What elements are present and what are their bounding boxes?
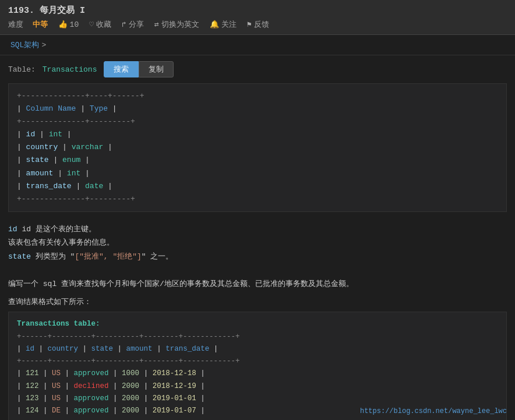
difficulty-value: 中等 xyxy=(33,20,48,29)
btn-group: 搜索 复制 xyxy=(104,61,174,77)
schema-row-state: | state | enum | xyxy=(17,154,498,167)
table-header: Table: Transactions 搜索 复制 xyxy=(8,61,507,77)
example-table-name: Transactions table: xyxy=(17,318,498,330)
table-name: Transactions xyxy=(43,65,97,74)
example-row-3: | 123 | US | approved | 2000 | 2019-01-0… xyxy=(17,393,498,405)
likes-item[interactable]: 👍 10 xyxy=(58,20,79,29)
page-title: 1193. 每月交易 I xyxy=(8,5,507,16)
heart-icon: ♡ xyxy=(89,20,94,29)
example-sep3: +------+---------+----------+--------+--… xyxy=(17,417,498,420)
difficulty-label: 难度 中等 xyxy=(8,19,48,30)
collect-item[interactable]: ♡ 收藏 xyxy=(89,19,111,30)
schema-sep-top: +--------------+----+------+ xyxy=(17,90,498,103)
schema-sep-mid: +--------------+---------+ xyxy=(17,115,498,128)
desc-line2: 该表包含有关传入事务的信息。 xyxy=(8,236,507,249)
schema-box: +--------------+----+------+ | Column Na… xyxy=(8,83,507,212)
description: id id 是这个表的主键。 该表包含有关传入事务的信息。 state 列类型为… xyxy=(8,219,507,269)
schema-sep-bot: +--------------+---------+ xyxy=(17,193,498,206)
top-bar: 1193. 每月交易 I 难度 中等 👍 10 ♡ 收藏 ↱ 分享 ⇄ 切换为英… xyxy=(0,0,515,35)
switch-icon: ⇄ xyxy=(154,20,159,29)
share-item[interactable]: ↱ 分享 xyxy=(122,19,144,30)
schema-row-id: | id | int | xyxy=(17,128,498,141)
example-sep1: +------+---------+----------+--------+--… xyxy=(17,331,498,343)
switch-lang-item[interactable]: ⇄ 切换为英文 xyxy=(154,19,199,30)
schema-header: | Column Name | Type | xyxy=(17,103,498,115)
desc-line3: state 列类型为 "["批准", "拒绝"]" 之一。 xyxy=(8,250,507,263)
example-sep2: +------+---------+----------+--------+--… xyxy=(17,355,498,368)
meta-row: 难度 中等 👍 10 ♡ 收藏 ↱ 分享 ⇄ 切换为英文 🔔 关注 ⚑ 反馈 xyxy=(8,19,507,30)
example-row-1: | 121 | US | approved | 1000 | 2018-12-1… xyxy=(17,368,498,380)
follow-item[interactable]: 🔔 关注 xyxy=(210,19,237,30)
table-label: Table: xyxy=(8,65,36,74)
desc-line1: id id 是这个表的主键。 xyxy=(8,223,507,236)
feedback-item[interactable]: ⚑ 反馈 xyxy=(247,19,269,30)
breadcrumb[interactable]: SQL架构> xyxy=(0,35,515,55)
search-button[interactable]: 搜索 xyxy=(104,61,139,77)
share-icon: ↱ xyxy=(122,20,126,29)
thumbs-icon: 👍 xyxy=(58,20,68,29)
example-row-2: | 122 | US | declined | 2000 | 2018-12-1… xyxy=(17,380,498,393)
schema-row-trans-date: | trans_date | date | xyxy=(17,180,498,193)
example-box: Transactions table: +------+---------+--… xyxy=(8,312,507,420)
schema-row-country: | country | varchar | xyxy=(17,141,498,154)
bell-icon: 🔔 xyxy=(210,20,219,29)
feedback-icon: ⚑ xyxy=(247,20,252,29)
schema-row-amount: | amount | int | xyxy=(17,167,498,180)
copy-button[interactable]: 复制 xyxy=(139,61,174,77)
result-label: 查询结果格式如下所示： xyxy=(8,297,507,307)
example-header: | id | country | state | amount | trans_… xyxy=(17,343,498,355)
footer-url: https://blog.csdn.net/wayne_lee_lwc xyxy=(360,407,507,415)
problem-description: 编写一个 sql 查询来查找每个月和每个国家/地区的事务数及其总金额、已批准的事… xyxy=(8,277,507,291)
main-content: Table: Transactions 搜索 复制 +-------------… xyxy=(0,55,515,420)
